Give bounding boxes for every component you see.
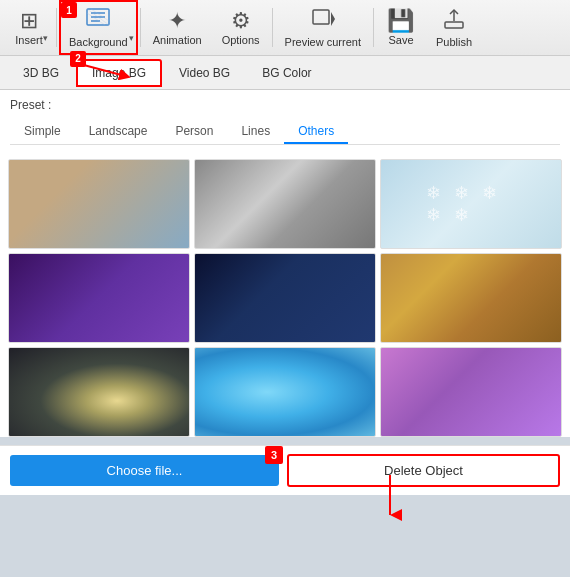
bg-dropdown-arrow: ▾: [129, 33, 134, 43]
options-label: Options: [222, 34, 260, 46]
preset-tab-person[interactable]: Person: [161, 120, 227, 144]
image-item-6[interactable]: [380, 253, 562, 343]
toolbar-animation[interactable]: ✦ Animation: [143, 0, 212, 55]
preset-tab-others-label: Others: [298, 124, 334, 138]
animation-icon: ✦: [168, 10, 186, 32]
publish-icon: [443, 8, 465, 34]
sub-tab-imagebg-label: Image BG: [92, 66, 146, 80]
animation-label: Animation: [153, 34, 202, 46]
delete-object-label: Delete Object: [384, 463, 463, 478]
image-item-2[interactable]: [194, 159, 376, 249]
sub-tab-videobg[interactable]: Video BG: [164, 60, 245, 86]
preview-icon: [311, 8, 335, 34]
choose-file-button[interactable]: Choose file...: [10, 455, 279, 486]
toolbar: ⊞ Insert ▾ 1 Background ▾ ✦ Animation: [0, 0, 570, 56]
toolbar-options[interactable]: ⚙ Options: [212, 0, 270, 55]
sub-tab-bgcolor[interactable]: BG Color: [247, 60, 326, 86]
svg-rect-7: [313, 10, 329, 24]
preset-tab-lines[interactable]: Lines: [227, 120, 284, 144]
save-icon: 💾: [387, 10, 414, 32]
svg-line-4: [87, 9, 109, 25]
background-badge: 1: [61, 2, 77, 18]
svg-rect-9: [445, 22, 463, 28]
delete-badge: 3: [265, 446, 283, 464]
toolbar-background[interactable]: 1 Background ▾: [59, 0, 138, 55]
toolbar-insert[interactable]: ⊞ Insert ▾: [4, 0, 54, 55]
sub-tab-videobg-label: Video BG: [179, 66, 230, 80]
divider-1: [56, 8, 57, 47]
toolbar-preview[interactable]: Preview current: [275, 0, 371, 55]
image-item-8[interactable]: [194, 347, 376, 437]
preset-tab-lines-label: Lines: [241, 124, 270, 138]
image-grid: [0, 159, 570, 437]
preset-tab-others[interactable]: Others: [284, 120, 348, 144]
divider-4: [373, 8, 374, 47]
background-icon: [86, 8, 110, 34]
preset-tab-person-label: Person: [175, 124, 213, 138]
preset-tab-landscape-label: Landscape: [89, 124, 148, 138]
save-label: Save: [388, 34, 413, 46]
toolbar-save[interactable]: 💾 Save: [376, 0, 426, 55]
sub-tab-bgcolor-label: BG Color: [262, 66, 311, 80]
image-item-7[interactable]: [8, 347, 190, 437]
svg-line-5: [91, 9, 109, 21]
insert-dropdown-arrow: ▾: [43, 33, 48, 43]
sub-tab-3dbg-label: 3D BG: [23, 66, 59, 80]
delete-object-area[interactable]: 3 Delete Object: [287, 454, 560, 487]
divider-2: [140, 8, 141, 47]
publish-label: Publish: [436, 36, 472, 48]
image-item-4[interactable]: [8, 253, 190, 343]
imagebg-badge: 2: [70, 51, 86, 67]
preset-tab-landscape[interactable]: Landscape: [75, 120, 162, 144]
preset-tab-simple-label: Simple: [24, 124, 61, 138]
image-item-1[interactable]: [8, 159, 190, 249]
svg-line-6: [87, 13, 105, 25]
svg-marker-8: [331, 12, 335, 26]
preset-row: Preset :: [10, 98, 560, 112]
sub-toolbar: 3D BG 2 Image BG Video BG BG Color: [0, 56, 570, 90]
toolbar-publish[interactable]: Publish: [426, 0, 482, 55]
image-item-9[interactable]: [380, 347, 562, 437]
panel: Preset : Simple Landscape Person Lines O…: [0, 90, 570, 159]
preview-label: Preview current: [285, 36, 361, 48]
options-icon: ⚙: [231, 10, 251, 32]
preset-label: Preset :: [10, 98, 51, 112]
image-item-3[interactable]: [380, 159, 562, 249]
insert-icon: ⊞: [20, 10, 38, 32]
preview-icon-svg: [311, 8, 335, 30]
preset-tabs: Simple Landscape Person Lines Others: [10, 120, 560, 145]
publish-icon-svg: [443, 8, 465, 30]
insert-label: Insert: [15, 34, 43, 46]
divider-3: [272, 8, 273, 47]
sub-tab-3dbg[interactable]: 3D BG: [8, 60, 74, 86]
bottom-bar: Choose file... 3 Delete Object: [0, 445, 570, 495]
background-label: Background: [69, 36, 128, 48]
preset-tab-simple[interactable]: Simple: [10, 120, 75, 144]
background-icon-svg: [86, 8, 110, 30]
sub-tab-imagebg[interactable]: 2 Image BG: [76, 59, 162, 87]
image-item-5[interactable]: [194, 253, 376, 343]
